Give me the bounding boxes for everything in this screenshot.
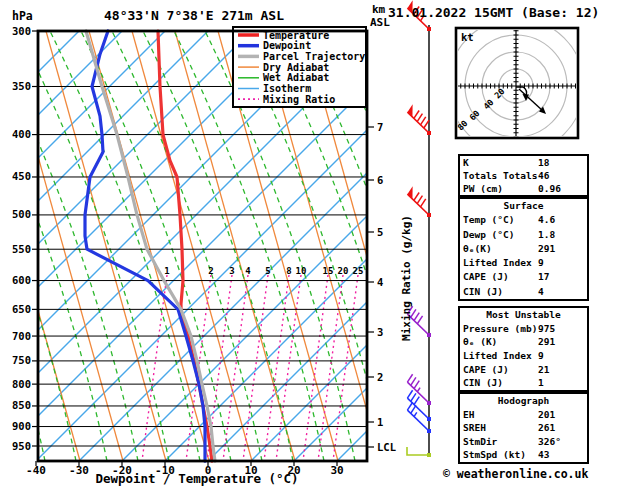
stat-value: 0.96 — [538, 182, 561, 195]
pressure-tick-label: 900 — [12, 420, 31, 432]
wind-barb — [407, 186, 431, 217]
alt-unit-km: km — [372, 3, 386, 16]
km-tick-label: 3 — [377, 326, 383, 338]
stat-row: SREH261 — [460, 421, 587, 435]
mixing-ratio-axis-label: Mixing Ratio (g/kg) — [400, 215, 413, 341]
stat-row: Pressure (mb)975 — [460, 322, 587, 336]
stat-value: 17 — [538, 270, 549, 284]
indices-table: K18Totals Totals46PW (cm)0.96 — [458, 154, 589, 197]
pressure-tick-label: 600 — [12, 274, 31, 286]
stat-row: Dewp (°C)1.8 — [460, 228, 587, 242]
pressure-tick-label: 700 — [12, 330, 31, 342]
mixing-ratio-value: 20 — [338, 266, 349, 276]
stat-row: EH201 — [460, 408, 587, 422]
stat-value: 326° — [538, 435, 561, 449]
stat-label: Lifted Index — [463, 349, 532, 363]
mixing-ratio-value: 5 — [265, 266, 270, 276]
pressure-tick-label: 550 — [12, 243, 31, 255]
pressure-tick-label: 500 — [12, 208, 31, 220]
mixing-ratio-lines — [142, 275, 358, 461]
stat-label: Dewp (°C) — [463, 228, 514, 242]
stat-row: Temp (°C)4.6 — [460, 213, 587, 227]
stat-value: 975 — [538, 322, 555, 336]
stat-row: Lifted Index9 — [460, 349, 587, 363]
mixing-ratio-value: 3 — [229, 266, 234, 276]
skewt-sounding-app: 12345810152025TemperatureDewpointParcel … — [0, 0, 629, 486]
legend-label: Dewpoint — [263, 40, 311, 51]
pressure-tick-label: 300 — [12, 25, 31, 37]
stat-label: StmDir — [463, 435, 497, 449]
mixing-ratio-value: 15 — [323, 266, 334, 276]
pressure-tick-label: 450 — [12, 170, 31, 182]
hodograph-table: HodographEH201SREH261StmDir326°StmSpd (k… — [458, 392, 589, 464]
stat-label: CIN (J) — [463, 376, 503, 390]
pressure-tick-label: 350 — [12, 80, 31, 92]
wind-barb — [407, 104, 431, 135]
stat-row: CIN (J)1 — [460, 376, 587, 390]
stat-row: CIN (J)4 — [460, 285, 587, 299]
km-tick-label: 4 — [377, 276, 383, 288]
mixing-ratio-value: 10 — [296, 266, 307, 276]
stat-value: 46 — [538, 169, 549, 182]
km-tick-label: 5 — [377, 226, 383, 238]
mixing-ratio-value: 2 — [208, 266, 213, 276]
pressure-tick-label: 950 — [12, 440, 31, 452]
pressure-tick-label: 850 — [12, 399, 31, 411]
stat-row: θₑ(K)291 — [460, 242, 587, 256]
pressure-tick-label: 400 — [12, 128, 31, 140]
most-unstable-table: Most UnstablePressure (mb)975θₑ (K)291Li… — [458, 306, 589, 392]
stat-label: PW (cm) — [463, 182, 503, 195]
mixing-ratio-value: 1 — [164, 266, 169, 276]
stat-value: 43 — [538, 448, 549, 462]
legend-label: Parcel Trajectory — [263, 51, 365, 62]
legend-label: Dry Adiabat — [263, 62, 329, 73]
stat-label: Totals Totals — [463, 169, 537, 182]
stat-value: 18 — [538, 156, 549, 169]
stat-label: StmSpd (kt) — [463, 448, 526, 462]
stat-row: StmDir326° — [460, 435, 587, 449]
datetime-label: 31.01.2022 15GMT (Base: 12) — [388, 5, 599, 20]
stat-label: θₑ(K) — [463, 242, 492, 256]
x-axis-title: Dewpoint / Temperature (°C) — [95, 471, 298, 486]
stat-value: 291 — [538, 335, 555, 349]
stat-value: 9 — [538, 349, 544, 363]
legend-label: Wet Adiabat — [263, 72, 329, 83]
mixing-ratio-value: 8 — [286, 266, 291, 276]
stat-label: θₑ (K) — [463, 335, 497, 349]
pressure-unit-label: hPa — [12, 9, 33, 23]
stat-value: 291 — [538, 242, 555, 256]
stat-row: StmSpd (kt)43 — [460, 448, 587, 462]
legend: TemperatureDewpointParcel TrajectoryDry … — [233, 27, 366, 107]
wind-barb — [407, 447, 431, 457]
km-axis: 7654321LCL — [367, 121, 396, 453]
stat-row: PW (cm)0.96 — [460, 182, 587, 195]
stat-row: Lifted Index9 — [460, 256, 587, 270]
km-tick-label: 7 — [377, 121, 383, 133]
km-tick-label: 6 — [377, 174, 383, 186]
stat-value: 4.6 — [538, 213, 555, 227]
stat-value: 1.8 — [538, 228, 555, 242]
stat-label: CAPE (J) — [463, 270, 509, 284]
stat-row: K18 — [460, 156, 587, 169]
stat-label: K — [463, 156, 469, 169]
km-tick-label: 2 — [377, 371, 383, 383]
stat-value: 1 — [538, 376, 544, 390]
chart-title: 48°33'N 7°38'E 271m ASL — [104, 8, 284, 23]
table-header: Most Unstable — [460, 308, 587, 322]
credit-footer: © weatheronline.co.uk — [443, 467, 588, 481]
pressure-tick-label: 800 — [12, 378, 31, 390]
legend-label: Isotherm — [263, 83, 311, 94]
stat-row: Totals Totals46 — [460, 169, 587, 182]
stat-row: CAPE (J)21 — [460, 363, 587, 377]
surface-table: SurfaceTemp (°C)4.6Dewp (°C)1.8θₑ(K)291L… — [458, 197, 589, 301]
stat-value: 201 — [538, 408, 555, 422]
temp-tick-label: -40 — [26, 464, 46, 477]
stat-row: θₑ (K)291 — [460, 335, 587, 349]
stat-value: 21 — [538, 363, 549, 377]
legend-label: Mixing Ratio — [263, 94, 335, 105]
stat-label: Pressure (mb) — [463, 322, 537, 336]
mixing-ratio-value: 25 — [353, 266, 364, 276]
temp-tick-label: 30 — [330, 464, 343, 477]
table-header: Surface — [460, 199, 587, 213]
pressure-axis: 3003504004505005506006507007508008509009… — [12, 25, 38, 452]
